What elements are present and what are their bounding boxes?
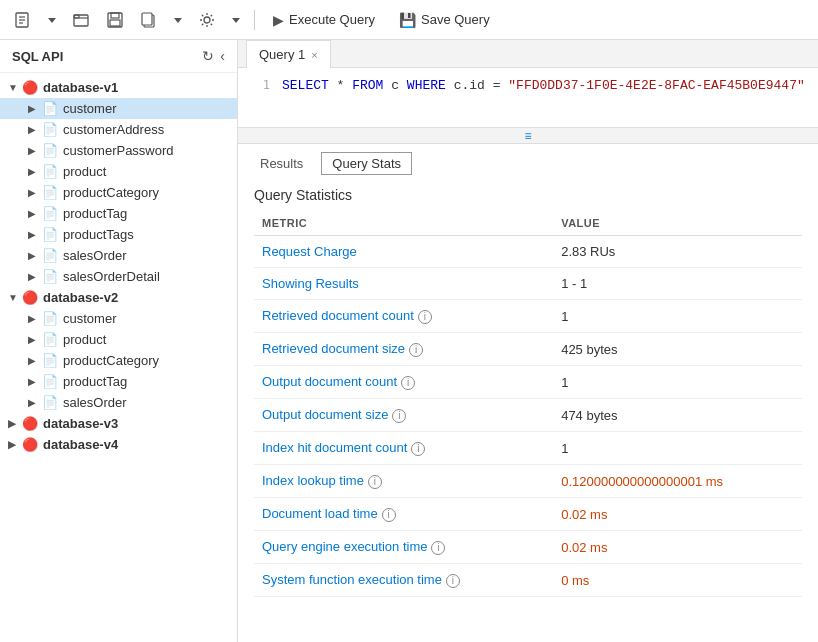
info-icon[interactable]: i (409, 343, 423, 357)
svg-rect-8 (111, 13, 119, 18)
dropdown-arrow-button[interactable] (42, 12, 62, 28)
metric-cell: Document load timei (254, 498, 553, 531)
info-icon[interactable]: i (401, 376, 415, 390)
sidebar-item-salesOrder-1[interactable]: ▶ 📄 salesOrder (0, 245, 237, 266)
metric-cell: Query engine execution timei (254, 531, 553, 564)
value-cell: 425 bytes (553, 333, 802, 366)
sidebar-item-database-v3[interactable]: ▶ 🔴 database-v3 (0, 413, 237, 434)
collection-icon: 📄 (42, 206, 58, 221)
query-tab-1[interactable]: Query 1 × (246, 40, 331, 68)
save-file-button[interactable] (100, 7, 130, 33)
sidebar-item-database-v4[interactable]: ▶ 🔴 database-v4 (0, 434, 237, 455)
tab-results[interactable]: Results (250, 152, 313, 175)
col-value: VALUE (553, 213, 802, 236)
collection-icon: 📄 (42, 143, 58, 158)
chevron-right-icon: ▶ (8, 439, 22, 450)
sidebar-title: SQL API (12, 49, 63, 64)
sidebar-item-product-1[interactable]: ▶ 📄 product (0, 161, 237, 182)
sidebar-item-salesOrderDetail[interactable]: ▶ 📄 salesOrderDetail (0, 266, 237, 287)
refresh-button[interactable]: ↻ (202, 48, 214, 64)
sidebar-item-customer-1[interactable]: ▶ 📄 customer (0, 98, 237, 119)
sidebar-item-productCategory-2[interactable]: ▶ 📄 productCategory (0, 350, 237, 371)
stats-table-body: Request Charge2.83 RUsShowing Results1 -… (254, 236, 802, 597)
value-cell: 1 (553, 432, 802, 465)
svg-marker-14 (232, 18, 240, 23)
metric-cell: Retrieved document sizei (254, 333, 553, 366)
value-cell: 1 (553, 366, 802, 399)
col-metric: METRIC (254, 213, 553, 236)
tab-query-stats[interactable]: Query Stats (321, 152, 412, 175)
execute-label: Execute Query (289, 12, 375, 27)
table-row: Index lookup timei0.120000000000000001 m… (254, 465, 802, 498)
dropdown2-button[interactable] (168, 12, 188, 28)
sidebar-item-productTags[interactable]: ▶ 📄 productTags (0, 224, 237, 245)
sidebar-item-customer-2[interactable]: ▶ 📄 customer (0, 308, 237, 329)
collection-icon: 📄 (42, 395, 58, 410)
info-icon[interactable]: i (418, 310, 432, 324)
settings-button[interactable] (192, 7, 222, 33)
info-icon[interactable]: i (431, 541, 445, 555)
sidebar-item-database-v2[interactable]: ▼ 🔴 database-v2 (0, 287, 237, 308)
chevron-right-icon: ▶ (28, 145, 42, 156)
settings-dropdown-button[interactable] (226, 12, 246, 28)
stats-section: Query Statistics METRIC VALUE Request Ch… (238, 175, 818, 642)
chevron-right-icon: ▶ (28, 376, 42, 387)
stats-title: Query Statistics (254, 187, 802, 203)
new-tab-button[interactable] (8, 7, 38, 33)
info-icon[interactable]: i (382, 508, 396, 522)
sidebar-item-customerPassword[interactable]: ▶ 📄 customerPassword (0, 140, 237, 161)
tab-label: Query 1 (259, 47, 305, 62)
sidebar-item-customerAddress[interactable]: ▶ 📄 customerAddress (0, 119, 237, 140)
sidebar-item-database-v1[interactable]: ▼ 🔴 database-v1 (0, 77, 237, 98)
sidebar-item-productTag-2[interactable]: ▶ 📄 productTag (0, 371, 237, 392)
metric-cell: Index hit document counti (254, 432, 553, 465)
collection-icon: 📄 (42, 353, 58, 368)
editor-line-1: 1 SELECT * FROM c WHERE c.id = "FFD0DD37… (238, 76, 818, 95)
collection-icon: 📄 (42, 269, 58, 284)
copy-button[interactable] (134, 7, 164, 33)
chevron-right-icon: ▶ (28, 208, 42, 219)
collapse-button[interactable]: ‹ (220, 48, 225, 64)
info-icon[interactable]: i (411, 442, 425, 456)
open-button[interactable] (66, 7, 96, 33)
sql-select-keyword: SELECT (282, 78, 329, 93)
value-cell: 474 bytes (553, 399, 802, 432)
sidebar-item-productTag-1[interactable]: ▶ 📄 productTag (0, 203, 237, 224)
sidebar-icons: ↻ ‹ (202, 48, 225, 64)
collection-icon: 📄 (42, 311, 58, 326)
metric-cell: Output document counti (254, 366, 553, 399)
metric-cell: Retrieved document counti (254, 300, 553, 333)
chevron-right-icon: ▶ (8, 418, 22, 429)
chevron-right-icon: ▶ (28, 103, 42, 114)
sidebar-item-productCategory-1[interactable]: ▶ 📄 productCategory (0, 182, 237, 203)
sidebar-item-salesOrder-2[interactable]: ▶ 📄 salesOrder (0, 392, 237, 413)
info-icon[interactable]: i (368, 475, 382, 489)
info-icon[interactable]: i (446, 574, 460, 588)
collection-icon: 📄 (42, 332, 58, 347)
sql-code[interactable]: SELECT * FROM c WHERE c.id = "FFD0DD37-1… (282, 78, 805, 93)
collection-icon: 📄 (42, 374, 58, 389)
sidebar-header: SQL API ↻ ‹ (0, 40, 237, 73)
chevron-right-icon: ▶ (28, 250, 42, 261)
value-cell: 0.02 ms (553, 531, 802, 564)
sidebar-item-product-2[interactable]: ▶ 📄 product (0, 329, 237, 350)
table-row: Output document sizei474 bytes (254, 399, 802, 432)
value-cell: 0 ms (553, 564, 802, 597)
execute-query-button[interactable]: ▶ Execute Query (263, 8, 385, 32)
tab-close-button[interactable]: × (311, 49, 317, 61)
collection-icon: 📄 (42, 101, 58, 116)
svg-rect-6 (74, 15, 79, 18)
table-row: System function execution timei0 ms (254, 564, 802, 597)
sidebar-tree: ▼ 🔴 database-v1 ▶ 📄 customer ▶ 📄 custome… (0, 73, 237, 642)
collection-icon: 📄 (42, 185, 58, 200)
collection-icon: 📄 (42, 164, 58, 179)
info-icon[interactable]: i (392, 409, 406, 423)
chevron-right-icon: ▶ (28, 187, 42, 198)
value-cell: 0.120000000000000001 ms (553, 465, 802, 498)
database-icon: 🔴 (22, 290, 38, 305)
value-cell: 1 - 1 (553, 268, 802, 300)
save-query-button[interactable]: 💾 Save Query (389, 8, 500, 32)
save-label: Save Query (421, 12, 490, 27)
value-cell: 1 (553, 300, 802, 333)
panel-divider: ≡ (238, 128, 818, 144)
